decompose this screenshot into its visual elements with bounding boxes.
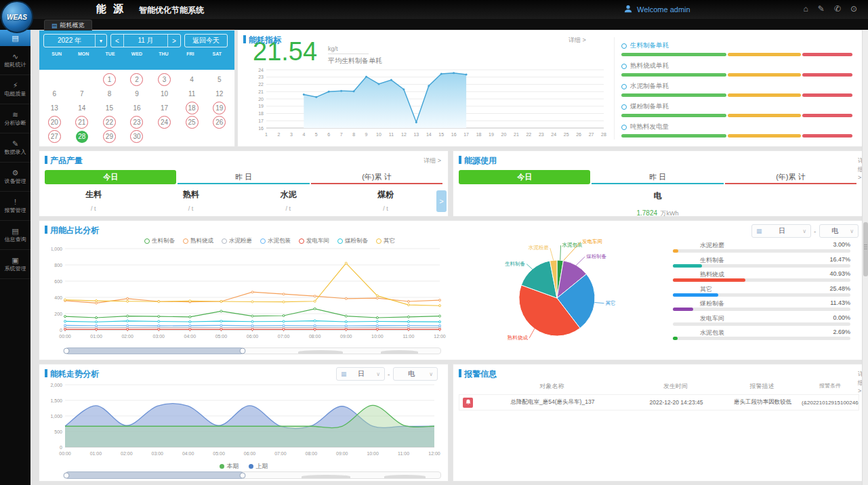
legend-item-水泥粉磨[interactable]: 水泥粉磨 (222, 237, 252, 245)
svg-text:12:00: 12:00 (428, 451, 440, 456)
alarm-detail-link[interactable]: 详细 > (858, 370, 863, 394)
edit-icon[interactable]: ✎ (818, 4, 825, 14)
legend-item-发电车间[interactable]: 发电车间 (299, 237, 329, 245)
svg-text:02:00: 02:00 (121, 334, 133, 339)
calendar-day-22[interactable]: 22 (96, 115, 123, 129)
tab-yesterday[interactable]: 昨 日 (178, 170, 309, 184)
kpi-indicator-item[interactable]: 煤粉制备单耗 (621, 102, 852, 123)
slider-thumb[interactable] (66, 471, 243, 479)
calendar-day-2[interactable]: 2 (123, 72, 151, 87)
usage-datazoom-slider[interactable] (65, 347, 441, 354)
kpi-indicator-active[interactable]: 生料制备单耗 (621, 41, 852, 62)
sidebar-item-alarm-mgmt[interactable]: !报警管理 (0, 192, 30, 221)
period-select[interactable]: ▦ 日 ∨ (751, 224, 811, 238)
kpi-indicator-item[interactable]: 熟料烧成单耗 (621, 62, 852, 82)
tab-year-total[interactable]: (年)累 计 (725, 170, 856, 184)
slider-thumb[interactable] (66, 347, 243, 354)
legend-item-本期[interactable]: 本期 (220, 462, 239, 471)
phone-icon[interactable]: ✆ (834, 4, 841, 14)
calendar-day-21[interactable]: 21 (68, 115, 96, 129)
svg-text:9: 9 (365, 132, 368, 137)
svg-text:10:00: 10:00 (367, 451, 379, 456)
calendar-day-30[interactable]: 30 (123, 129, 151, 144)
usage-list-row-水泥包装: 水泥包装2.69% (673, 329, 850, 343)
period-select[interactable]: ▦ 日 ∨ (336, 367, 385, 381)
calendar-day-29[interactable]: 29 (96, 129, 123, 144)
svg-text:1: 1 (265, 132, 268, 137)
calendar-day-15[interactable]: 15 (96, 101, 123, 115)
back-to-today-button[interactable]: 返回今天 (184, 34, 228, 47)
carousel-next-button[interactable]: > (436, 190, 447, 212)
sidebar-item-power-quality[interactable]: ⚡电能质量 (0, 75, 30, 104)
sidebar-item-energy-stats[interactable]: ∿能耗统计 (0, 46, 30, 75)
calendar-day-7[interactable]: 7 (68, 87, 96, 101)
svg-text:3: 3 (290, 132, 293, 137)
kpi-area-chart: 1617181920212223241234567891011121314151… (250, 66, 611, 144)
energy-type-select[interactable]: 电 ∨ (819, 224, 859, 238)
sidebar-item-info-query[interactable]: ▤信息查询 (0, 221, 30, 250)
sidebar-item-analysis-diagnosis[interactable]: ≋分析诊断 (0, 104, 30, 133)
calendar-day-11[interactable]: 11 (178, 87, 206, 101)
legend-item-生料制备[interactable]: 生料制备 (144, 237, 175, 245)
calendar-day-12[interactable]: 12 (205, 87, 233, 101)
sidebar-item-label: 数据录入 (3, 149, 28, 155)
alarm-table-header: 对象名称 发生时间 报警描述 报警条件 (459, 382, 859, 391)
trend-area-chart: 05001,0001,5002,00000:0001:0002:0003:000… (49, 381, 442, 463)
tab-today[interactable]: 今日 (45, 170, 176, 184)
calendar-day-6[interactable]: 6 (41, 87, 68, 101)
sidebar-item-device-mgmt[interactable]: ⚙设备管理 (0, 163, 30, 192)
calendar-day-26[interactable]: 26 (205, 115, 233, 129)
legend-item-煤粉制备[interactable]: 煤粉制备 (337, 237, 368, 245)
calendar-day-25[interactable]: 25 (178, 115, 206, 129)
calendar-day-1[interactable]: 1 (96, 72, 123, 87)
legend-item-水泥包装[interactable]: 水泥包装 (260, 237, 291, 245)
calendar-day-28[interactable]: 28 (68, 129, 96, 144)
calendar-day-27[interactable]: 27 (41, 129, 68, 144)
calendar-day-19[interactable]: 19 (205, 101, 233, 115)
calendar-day-13[interactable]: 13 (41, 101, 68, 115)
alarm-table-row[interactable]: 总降配电室_磨54(磨头吊车)_1372022-12-20 14:23:45磨头… (459, 394, 859, 410)
calendar-day-9[interactable]: 9 (123, 87, 151, 101)
tab-today[interactable]: 今日 (459, 170, 590, 184)
svg-text:1,000: 1,000 (50, 414, 62, 419)
sidebar-item-data-entry[interactable]: ✎数据录入 (0, 133, 30, 163)
welcome-user[interactable]: Welcome admin (623, 4, 690, 15)
calendar-day-23[interactable]: 23 (123, 115, 151, 129)
trend-datazoom-slider[interactable] (65, 471, 441, 479)
power-icon[interactable]: ⊙ (850, 4, 857, 14)
legend-item-上期[interactable]: 上期 (249, 462, 268, 471)
calendar-day-3[interactable]: 3 (150, 72, 178, 87)
calendar-day-16[interactable]: 16 (123, 101, 151, 115)
legend-item-其它[interactable]: 其它 (376, 237, 395, 245)
energy-type-select[interactable]: 电 ∨ (393, 367, 438, 381)
tab-energy-overview[interactable]: ▤ 能耗概览 (44, 20, 92, 30)
svg-text:其它: 其它 (606, 300, 616, 306)
calendar-day-24[interactable]: 24 (150, 115, 178, 129)
year-select[interactable]: 2022 年 ▼ (43, 34, 107, 47)
calendar-day-4[interactable]: 4 (178, 72, 206, 87)
tab-yesterday[interactable]: 昨 日 (592, 170, 723, 184)
legend-item-熟料烧成[interactable]: 熟料烧成 (183, 237, 213, 245)
usage-ratio-panel: 用能占比分析 ▦ 日 ∨ - 电 ∨ 生料制备熟料烧成水泥粉磨水泥包装发电车间煤… (39, 220, 863, 360)
calendar-day-14[interactable]: 14 (68, 101, 96, 115)
energy-use-detail-link[interactable]: 详细 > (858, 156, 863, 181)
tab-year-total[interactable]: (年)累 计 (311, 170, 442, 184)
calendar-day-5[interactable]: 5 (205, 72, 233, 87)
calendar-day-8[interactable]: 8 (96, 87, 123, 101)
calendar-day-17[interactable]: 17 (150, 101, 178, 115)
calendar-day-18[interactable]: 18 (178, 101, 206, 115)
kpi-detail-link[interactable]: 详细 > (569, 36, 586, 45)
product-detail-link[interactable]: 详细 > (423, 156, 441, 165)
sidebar-item-system-mgmt[interactable]: ▣系统管理 (0, 250, 30, 279)
svg-text:07:00: 07:00 (278, 334, 290, 339)
scrollbar-thumb[interactable] (863, 222, 868, 276)
calendar-day-20[interactable]: 20 (41, 115, 68, 129)
indicator-label: 水泥制备单耗 (630, 82, 669, 91)
svg-text:7: 7 (340, 132, 343, 137)
kpi-indicator-item[interactable]: 水泥制备单耗 (621, 82, 852, 102)
prev-month-button[interactable]: < (111, 37, 123, 45)
home-icon[interactable]: ⌂ (804, 4, 808, 14)
calendar-day-10[interactable]: 10 (150, 87, 178, 101)
kpi-indicator-item[interactable]: 吨熟料发电量 (621, 123, 852, 143)
next-month-button[interactable]: > (168, 37, 180, 45)
